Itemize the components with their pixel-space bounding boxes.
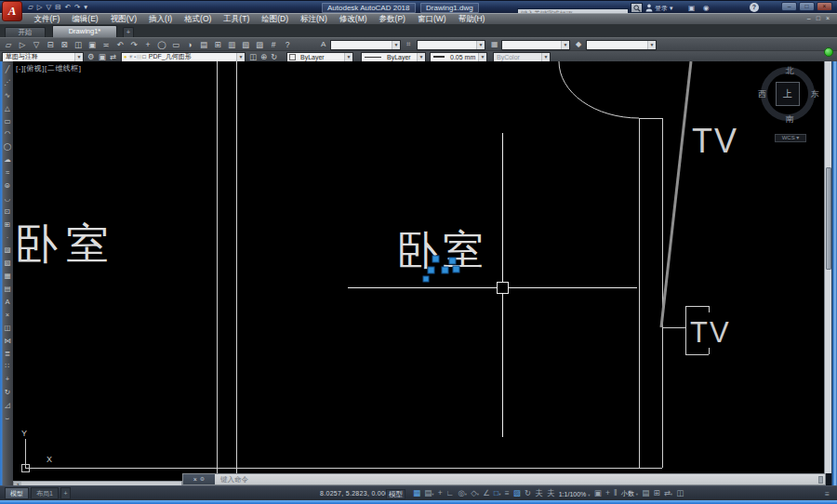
menu-item[interactable]: 标注(N) [295,14,334,24]
menu-item[interactable]: 窗口(W) [411,14,452,24]
arc-icon[interactable]: ◠ [5,127,11,140]
doc-close-button[interactable]: × [826,14,830,23]
lineweight-display-icon[interactable]: ≡ [505,486,510,501]
table-style-combo[interactable]: ▼ [501,40,570,50]
copy-icon[interactable]: ◫ [73,39,84,50]
zoom-realtime-icon[interactable]: ◯ [156,39,167,50]
viewcube-east-label[interactable]: 东 [811,88,819,100]
pan-icon[interactable]: + [142,39,153,50]
menu-item[interactable]: 帮助(H) [452,14,491,24]
polygon-icon[interactable]: △ [5,102,10,115]
exchange-apps-icon[interactable]: ▣ [688,3,695,13]
tool-palettes-icon[interactable]: ▥ [226,39,237,50]
minimize-button[interactable]: – [781,2,797,11]
array-icon[interactable]: ∷ [6,360,10,373]
menu-item[interactable]: 绘图(D) [256,14,295,24]
scale-icon[interactable]: ◿ [5,399,10,412]
app-logo[interactable]: A [2,1,22,21]
viewcube-north-label[interactable]: 北 [756,65,823,77]
doc-minimize-button[interactable]: – [807,14,811,23]
chevron-down-icon[interactable]: ▼ [561,41,569,49]
line-icon[interactable]: ╱ [6,63,10,76]
viewport-controls-label[interactable]: [-][俯视][二维线框] [16,63,82,73]
graphics-performance-icon[interactable]: ⇄▾ [664,486,672,501]
qat-plot-icon[interactable]: ⊟ [55,3,60,12]
command-close-icon[interactable]: × [193,474,197,484]
lineweight-combo[interactable]: 0.05 mm ▼ [430,52,487,62]
viewcube-west-label[interactable]: 西 [758,88,766,100]
layer-plot-icon[interactable]: ⊟ [137,53,141,61]
polyline-icon[interactable]: ∿ [5,89,10,102]
object-snap-tracking-icon[interactable]: ∠ [483,486,490,501]
doc-restore-button[interactable]: □ [817,14,820,23]
stay-connected-icon[interactable]: ◉ [703,3,710,13]
infer-constraints-icon[interactable]: + [438,486,443,501]
grid-display-icon[interactable]: ▦ [413,486,420,501]
move-icon[interactable]: + [6,373,9,386]
menu-item[interactable]: 编辑(E) [66,14,104,24]
chevron-down-icon[interactable]: ▼ [344,53,352,61]
construction-line-icon[interactable]: ⋰ [4,76,11,89]
workspace-switching-icon[interactable]: ▣ [594,486,602,501]
tab-layout1[interactable]: 布局1 [31,487,59,499]
tv-label-bottom[interactable]: TV [690,316,731,349]
viewcube[interactable]: 北 南 西 东 上 WCS ▾ [756,61,823,145]
qat-open-icon[interactable]: ▷ [37,3,43,12]
chevron-down-icon[interactable]: ▼ [74,53,83,61]
menu-item[interactable]: 视图(V) [104,14,142,24]
tab-drawing1[interactable]: Drawing1* [52,25,117,37]
hatch-icon[interactable]: ▨ [4,244,10,257]
help-icon[interactable]: ? [750,3,759,12]
rotate-icon[interactable]: ↻ [5,386,10,399]
annotation-visibility-icon[interactable]: 夫 [535,486,543,501]
isolate-objects-icon[interactable]: ‖ [614,486,618,501]
room-label-center[interactable]: 卧室 [397,227,488,272]
isodraft-icon[interactable]: ◇▾ [471,486,479,501]
command-line[interactable]: × ⚙ 键入命令 [182,473,826,485]
maximize-button[interactable]: □ [799,2,815,11]
color-combo[interactable]: ByLayer ▼ [286,52,353,62]
qat-redo-icon[interactable]: ↷ [74,3,80,12]
qat-save-icon[interactable]: ▽ [46,3,52,12]
qat-dropdown-icon[interactable]: ▾ [84,3,87,12]
new-tab-button[interactable]: + [123,27,134,37]
quick-properties-icon[interactable]: ▤ [642,486,649,501]
viewcube-wcs-button[interactable]: WCS ▾ [775,134,806,142]
layer-on-icon[interactable]: ● [124,53,127,61]
chevron-down-icon[interactable]: ▼ [647,41,656,49]
elliptical-arc-icon[interactable]: ◡ [5,192,11,206]
mtext-icon[interactable]: A [5,296,9,309]
chevron-down-icon[interactable]: ▼ [417,53,425,61]
add-layout-button[interactable]: + [60,487,71,499]
annotation-autoscale-icon[interactable]: 夫 [547,486,555,501]
vertical-scrollbar[interactable] [824,61,831,473]
lock-ui-icon[interactable]: ⊞ [653,486,659,501]
region-icon[interactable]: ▦ [4,270,10,283]
revision-cloud-icon[interactable]: ☁ [4,153,11,166]
point-icon[interactable]: · [7,232,9,245]
zoom-window-icon[interactable]: ▭ [170,39,181,50]
menu-item[interactable]: 格式(O) [179,14,218,24]
wall-lines[interactable] [25,61,710,481]
object-snap-icon[interactable]: □▾ [494,486,500,501]
copy-tool-icon[interactable]: ◫ [4,322,10,335]
designcenter-icon[interactable]: ⊞ [212,39,223,50]
menu-item[interactable]: 修改(M) [333,14,373,24]
undo-icon[interactable]: ↶ [114,39,126,50]
dimension-style-combo[interactable]: ▼ [417,40,485,50]
ellipse-icon[interactable]: ⊜ [5,179,10,192]
menu-item[interactable]: 参数(P) [373,14,411,24]
annotation-scale-button[interactable]: 1:1/100% ▾ [559,491,591,497]
new-icon[interactable]: ▱ [3,39,14,50]
selection-cycling-icon[interactable]: ↻ [525,486,531,501]
menu-item[interactable]: 文件(F) [28,14,66,24]
tv-label-top[interactable]: TV [692,122,738,160]
command-input[interactable]: 键入命令 [215,475,818,484]
plotstyle-combo[interactable]: ByColor ▼ [493,52,551,62]
room-label-left[interactable]: 卧室 [15,219,117,268]
dimension-style-icon[interactable]: ⌗ [406,39,411,50]
text-style-combo[interactable]: ▼ [330,40,401,50]
multileader-style-icon[interactable]: ◆ [576,39,581,50]
menu-item[interactable]: 工具(T) [218,14,256,24]
zoom-previous-icon[interactable]: ◑ [184,39,195,50]
